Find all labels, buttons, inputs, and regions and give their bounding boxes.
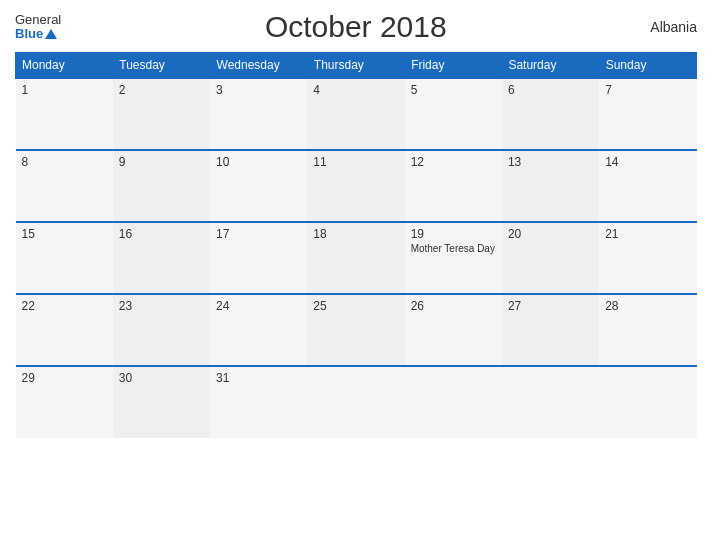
col-tuesday: Tuesday xyxy=(113,53,210,79)
day-number: 6 xyxy=(508,83,593,97)
week-row-2: 891011121314 xyxy=(16,150,697,222)
week-row-1: 1234567 xyxy=(16,78,697,150)
logo-triangle-icon xyxy=(45,29,57,39)
day-number: 29 xyxy=(22,371,107,385)
calendar-cell: 18 xyxy=(307,222,404,294)
day-number: 3 xyxy=(216,83,301,97)
logo: General Blue xyxy=(15,13,61,42)
col-monday: Monday xyxy=(16,53,113,79)
day-number: 12 xyxy=(411,155,496,169)
week-row-4: 22232425262728 xyxy=(16,294,697,366)
calendar-header: General Blue October 2018 Albania xyxy=(15,10,697,44)
calendar-cell xyxy=(502,366,599,438)
day-number: 22 xyxy=(22,299,107,313)
calendar-cell xyxy=(307,366,404,438)
calendar-cell xyxy=(405,366,502,438)
calendar-cell: 10 xyxy=(210,150,307,222)
day-number: 8 xyxy=(22,155,107,169)
calendar-cell: 12 xyxy=(405,150,502,222)
day-number: 28 xyxy=(605,299,690,313)
day-number: 15 xyxy=(22,227,107,241)
col-friday: Friday xyxy=(405,53,502,79)
logo-blue-text: Blue xyxy=(15,27,43,41)
day-number: 10 xyxy=(216,155,301,169)
day-number: 17 xyxy=(216,227,301,241)
calendar-thead: Monday Tuesday Wednesday Thursday Friday… xyxy=(16,53,697,79)
calendar-table: Monday Tuesday Wednesday Thursday Friday… xyxy=(15,52,697,438)
day-number: 2 xyxy=(119,83,204,97)
calendar-cell: 17 xyxy=(210,222,307,294)
calendar-cell: 9 xyxy=(113,150,210,222)
calendar-body: 12345678910111213141516171819Mother Tere… xyxy=(16,78,697,438)
day-number: 27 xyxy=(508,299,593,313)
day-number: 16 xyxy=(119,227,204,241)
day-number: 18 xyxy=(313,227,398,241)
calendar-cell: 2 xyxy=(113,78,210,150)
calendar-cell: 23 xyxy=(113,294,210,366)
event-label: Mother Teresa Day xyxy=(411,243,496,254)
col-thursday: Thursday xyxy=(307,53,404,79)
calendar-cell: 22 xyxy=(16,294,113,366)
calendar-cell: 31 xyxy=(210,366,307,438)
calendar-cell: 1 xyxy=(16,78,113,150)
day-number: 11 xyxy=(313,155,398,169)
day-number: 7 xyxy=(605,83,690,97)
calendar-cell: 5 xyxy=(405,78,502,150)
day-number: 19 xyxy=(411,227,496,241)
country-label: Albania xyxy=(650,19,697,35)
col-wednesday: Wednesday xyxy=(210,53,307,79)
logo-general-text: General xyxy=(15,13,61,27)
calendar-cell: 11 xyxy=(307,150,404,222)
day-number: 14 xyxy=(605,155,690,169)
day-number: 20 xyxy=(508,227,593,241)
day-number: 4 xyxy=(313,83,398,97)
calendar-cell: 4 xyxy=(307,78,404,150)
calendar-cell: 21 xyxy=(599,222,696,294)
header-row: Monday Tuesday Wednesday Thursday Friday… xyxy=(16,53,697,79)
calendar-cell: 24 xyxy=(210,294,307,366)
calendar-cell: 7 xyxy=(599,78,696,150)
day-number: 25 xyxy=(313,299,398,313)
calendar-cell: 28 xyxy=(599,294,696,366)
calendar-cell: 27 xyxy=(502,294,599,366)
day-number: 23 xyxy=(119,299,204,313)
calendar-cell: 3 xyxy=(210,78,307,150)
day-number: 9 xyxy=(119,155,204,169)
day-number: 31 xyxy=(216,371,301,385)
day-number: 5 xyxy=(411,83,496,97)
calendar-cell: 13 xyxy=(502,150,599,222)
day-number: 13 xyxy=(508,155,593,169)
calendar-cell: 8 xyxy=(16,150,113,222)
calendar-cell: 19Mother Teresa Day xyxy=(405,222,502,294)
day-number: 21 xyxy=(605,227,690,241)
calendar-cell: 30 xyxy=(113,366,210,438)
calendar-cell: 16 xyxy=(113,222,210,294)
calendar-cell: 25 xyxy=(307,294,404,366)
calendar-cell: 26 xyxy=(405,294,502,366)
month-title: October 2018 xyxy=(265,10,447,44)
day-number: 24 xyxy=(216,299,301,313)
calendar-cell: 29 xyxy=(16,366,113,438)
col-sunday: Sunday xyxy=(599,53,696,79)
week-row-5: 293031 xyxy=(16,366,697,438)
calendar-cell: 15 xyxy=(16,222,113,294)
day-number: 1 xyxy=(22,83,107,97)
calendar-cell: 20 xyxy=(502,222,599,294)
calendar-cell: 14 xyxy=(599,150,696,222)
week-row-3: 1516171819Mother Teresa Day2021 xyxy=(16,222,697,294)
col-saturday: Saturday xyxy=(502,53,599,79)
calendar-cell: 6 xyxy=(502,78,599,150)
calendar-container: General Blue October 2018 Albania Monday… xyxy=(0,0,712,550)
day-number: 30 xyxy=(119,371,204,385)
calendar-cell xyxy=(599,366,696,438)
day-number: 26 xyxy=(411,299,496,313)
